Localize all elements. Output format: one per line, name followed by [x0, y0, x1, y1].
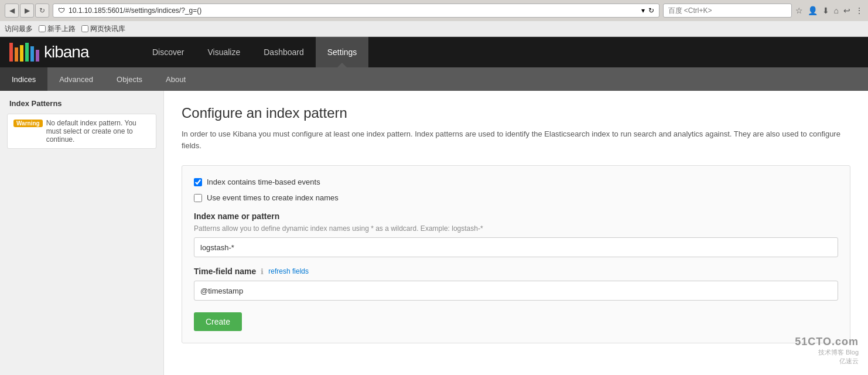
content-area: Configure an index pattern In order to u… [164, 91, 868, 375]
logo-bar-6 [36, 50, 39, 62]
address-bar[interactable]: 🛡 10.1.10.185:5601/#/settings/indices/?_… [53, 4, 659, 18]
config-panel: Index contains time-based events Use eve… [182, 165, 850, 343]
warning-box: Warning No default index pattern. You mu… [7, 114, 156, 149]
user-icon[interactable]: 👤 [808, 6, 818, 15]
nav-tab-dashboard[interactable]: Dashboard [252, 37, 316, 67]
warning-text: No default index pattern. You must selec… [46, 119, 150, 144]
refresh-fields-link[interactable]: refresh fields [268, 267, 309, 275]
time-based-row: Index contains time-based events [194, 178, 838, 186]
nav-tab-discover[interactable]: Discover [141, 37, 196, 67]
logo-bar-4 [25, 43, 29, 62]
refresh-icon: ↻ [648, 6, 654, 15]
watermark: 51CTO.com 技术博客 Blog 亿速云 [795, 336, 859, 366]
download-icon[interactable]: ⬇ [822, 6, 829, 15]
kibana-logo: kibana [0, 37, 141, 67]
bookmark-item-2[interactable]: 网页快讯库 [81, 24, 125, 34]
page-description: In order to use Kibana you must configur… [182, 128, 850, 151]
bookmarks-label: 访问最多 [5, 24, 33, 34]
index-name-label: Index name or pattern [194, 212, 838, 221]
sidebar: Index Patterns Warning No default index … [0, 91, 164, 375]
nav-tab-visualize[interactable]: Visualize [196, 37, 252, 67]
time-field-input[interactable] [194, 281, 838, 301]
search-input[interactable] [663, 4, 792, 18]
home-icon[interactable]: ⌂ [834, 6, 839, 15]
bookmarks-bar: 访问最多 新手上路 网页快讯库 [0, 21, 868, 36]
browser-toolbar: ◀ ▶ ↻ 🛡 10.1.10.185:5601/#/settings/indi… [0, 0, 868, 21]
browser-chrome: ◀ ▶ ↻ 🛡 10.1.10.185:5601/#/settings/indi… [0, 0, 868, 37]
back-button[interactable]: ◀ [5, 4, 19, 18]
forward-button[interactable]: ▶ [20, 4, 34, 18]
time-field-label: Time-field name [194, 267, 256, 276]
logo-bar-3 [20, 45, 23, 62]
event-times-label[interactable]: Use event times to create index names [207, 193, 339, 202]
watermark-sub1: 技术博客 Blog [795, 348, 859, 357]
event-times-checkbox[interactable] [194, 194, 202, 202]
logo-bar-5 [30, 46, 34, 62]
nav-buttons: ◀ ▶ ↻ [5, 4, 49, 18]
star-icon[interactable]: ☆ [795, 6, 803, 15]
bookmark-checkbox-1[interactable] [39, 25, 46, 32]
sub-nav-tab-objects[interactable]: Objects [105, 67, 154, 91]
event-times-row: Use event times to create index names [194, 193, 838, 202]
watermark-sub2: 亿速云 [795, 357, 859, 366]
time-based-checkbox[interactable] [194, 178, 202, 186]
app-header: kibana Discover Visualize Dashboard Sett… [0, 37, 868, 67]
sub-nav-tab-about[interactable]: About [154, 67, 197, 91]
logo-bars [9, 43, 39, 62]
time-based-label[interactable]: Index contains time-based events [207, 178, 320, 186]
logo-bar-2 [15, 47, 18, 62]
index-name-hint: Patterns allow you to define dynamic ind… [194, 224, 838, 233]
undo-icon[interactable]: ↩ [843, 6, 850, 15]
watermark-main: 51CTO.com [795, 336, 859, 348]
index-name-input[interactable] [194, 237, 838, 257]
logo-text: kibana [44, 43, 89, 62]
sub-nav-tab-indices[interactable]: Indices [0, 67, 47, 91]
menu-icon: ▾ [641, 6, 645, 15]
url-text: 10.1.10.185:5601/#/settings/indices/?_g=… [69, 6, 638, 15]
sub-nav: Indices Advanced Objects About [0, 67, 868, 91]
page-title: Configure an index pattern [182, 105, 850, 121]
create-button[interactable]: Create [194, 312, 242, 331]
browser-action-icons: ☆ 👤 ⬇ ⌂ ↩ ⋮ [795, 6, 863, 15]
warning-badge: Warning [13, 120, 43, 127]
sidebar-title: Index Patterns [0, 91, 163, 114]
refresh-button[interactable]: ↻ [35, 4, 49, 18]
more-icon[interactable]: ⋮ [855, 6, 863, 15]
nav-tab-settings[interactable]: Settings [316, 37, 369, 67]
sub-nav-tab-advanced[interactable]: Advanced [47, 67, 105, 91]
main-layout: Index Patterns Warning No default index … [0, 91, 868, 375]
time-field-row: Time-field name ℹ refresh fields [194, 267, 838, 276]
shield-icon: 🛡 [58, 6, 65, 15]
info-icon: ℹ [261, 267, 264, 276]
bookmark-checkbox-2[interactable] [81, 25, 88, 32]
bookmark-item-1[interactable]: 新手上路 [39, 24, 76, 34]
main-nav: Discover Visualize Dashboard Settings [141, 37, 368, 67]
logo-bar-1 [9, 43, 13, 62]
